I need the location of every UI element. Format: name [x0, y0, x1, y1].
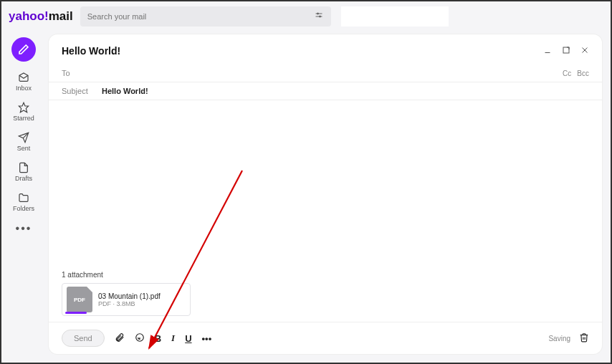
saving-status: Saving: [548, 335, 570, 343]
underline-icon[interactable]: U: [185, 333, 191, 344]
attachment-card[interactable]: PDF 03 Mountain (1).pdf PDF · 3.8MB: [62, 283, 191, 316]
svg-point-1: [317, 13, 318, 14]
attachment-meta: PDF · 3.8MB: [98, 300, 161, 307]
sidebar-item-folders[interactable]: Folders: [13, 192, 34, 212]
cc-button[interactable]: Cc: [563, 70, 571, 77]
gif-icon[interactable]: [135, 332, 145, 345]
to-row: To Cc Bcc: [49, 64, 602, 82]
subject-label: Subject: [62, 87, 93, 95]
more-formatting-icon[interactable]: •••: [202, 333, 212, 344]
italic-icon[interactable]: I: [171, 332, 175, 344]
logo-mail: mail: [49, 9, 73, 24]
pdf-file-icon: PDF: [67, 287, 92, 312]
sidebar-item-drafts[interactable]: Drafts: [15, 162, 32, 182]
subject-value[interactable]: Hello World!: [102, 87, 148, 95]
attachment-filename: 03 Mountain (1).pdf: [98, 292, 161, 300]
send-button[interactable]: Send: [62, 330, 105, 347]
bcc-button[interactable]: Bcc: [577, 70, 589, 77]
to-input[interactable]: [102, 69, 554, 77]
sidebar-item-starred[interactable]: Starred: [13, 102, 34, 122]
compose-toolbar: Send B I U ••• Saving: [49, 322, 602, 354]
sidebar-label: Sent: [17, 145, 31, 152]
attachment-progress-bar: [65, 312, 87, 314]
search-bar[interactable]: [80, 6, 331, 27]
search-input[interactable]: [87, 12, 314, 21]
compose-title: Hello World!: [62, 45, 120, 57]
expand-icon[interactable]: [562, 44, 570, 57]
compose-body[interactable]: [49, 100, 602, 271]
attachments-count: 1 attachment: [62, 271, 589, 279]
sidebar-label: Folders: [13, 205, 34, 212]
delete-icon[interactable]: [579, 332, 589, 345]
search-filter-icon[interactable]: [314, 11, 324, 22]
attachments-section: 1 attachment PDF 03 Mountain (1).pdf PDF…: [49, 271, 602, 322]
svg-rect-6: [563, 47, 569, 53]
sidebar-label: Inbox: [16, 85, 32, 92]
close-icon[interactable]: [580, 44, 589, 57]
svg-marker-4: [19, 102, 28, 112]
subject-row: Subject Hello World!: [49, 82, 602, 100]
sidebar-item-sent[interactable]: Sent: [17, 132, 31, 152]
yahoo-mail-logo[interactable]: yahoo!mail: [9, 9, 73, 24]
compose-button[interactable]: [11, 37, 36, 62]
svg-point-3: [319, 16, 320, 17]
compose-panel: Hello World! To Cc Bcc Subject Hello Wor…: [49, 34, 602, 354]
to-label: To: [62, 69, 93, 77]
sidebar-label: Starred: [13, 115, 34, 122]
minimize-icon[interactable]: [543, 44, 552, 57]
attach-icon[interactable]: [115, 332, 125, 345]
top-bar: yahoo!mail: [1, 1, 611, 32]
sidebar-more-icon[interactable]: •••: [16, 222, 32, 235]
bold-icon[interactable]: B: [155, 333, 161, 344]
sidebar-label: Drafts: [15, 175, 32, 182]
attachment-info: 03 Mountain (1).pdf PDF · 3.8MB: [98, 292, 161, 307]
sidebar-item-inbox[interactable]: Inbox: [16, 72, 32, 92]
sidebar: Inbox Starred Sent Drafts Folders •••: [1, 32, 46, 363]
logo-yahoo: yahoo: [9, 9, 44, 24]
compose-header: Hello World!: [49, 34, 602, 64]
header-blank-area: [341, 6, 449, 27]
